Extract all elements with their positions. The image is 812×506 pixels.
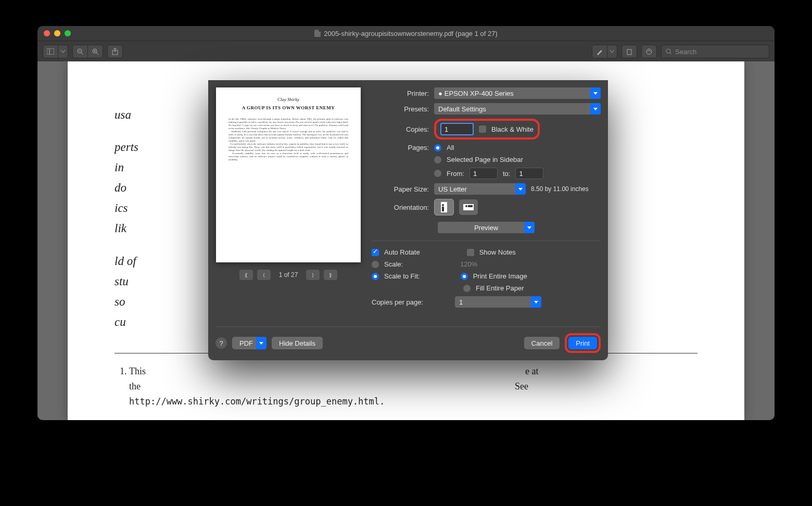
auto-rotate-checkbox[interactable]: [372, 249, 379, 256]
scale-fit-radio[interactable]: [372, 273, 379, 280]
svg-point-13: [666, 49, 670, 53]
copies-per-page-select[interactable]: 1: [455, 296, 541, 308]
show-notes-checkbox[interactable]: [467, 249, 474, 256]
highlight-icon: [596, 48, 603, 55]
search-input[interactable]: Search: [661, 45, 769, 58]
pdf-menu-button[interactable]: PDF: [232, 337, 267, 349]
preview-first[interactable]: ⟪: [239, 270, 253, 280]
highlight-button[interactable]: [592, 45, 607, 58]
toolbar: Search: [37, 41, 775, 62]
app-window: 2005-shirky-agroupisitsownworstenemy.pdf…: [37, 26, 775, 420]
svg-rect-0: [47, 48, 54, 55]
svg-point-17: [442, 204, 444, 206]
rotate-button[interactable]: [621, 45, 637, 58]
pages-all-label: All: [447, 144, 454, 151]
footnote-item: This e at the See http://www.shirky.com/…: [129, 364, 697, 409]
fill-paper-radio[interactable]: [463, 285, 471, 292]
preview-next[interactable]: ⟩: [306, 270, 320, 280]
preview-page-label: 1 of 27: [275, 271, 302, 279]
highlight-menu[interactable]: [607, 45, 617, 58]
pages-to-input[interactable]: 1: [515, 168, 543, 179]
zoom-in-button[interactable]: [88, 45, 103, 58]
scale-radio[interactable]: [372, 261, 379, 268]
titlebar: 2005-shirky-agroupisitsownworstenemy.pdf…: [37, 26, 775, 41]
orientation-label: Orientation:: [372, 204, 429, 211]
printer-select[interactable]: ●EPSON XP-400 Series: [434, 87, 601, 99]
document-icon: [314, 30, 321, 37]
presets-select[interactable]: Default Settings: [434, 103, 601, 115]
help-button[interactable]: ?: [215, 337, 227, 349]
pages-selected-radio[interactable]: [434, 156, 441, 163]
orientation-portrait[interactable]: [434, 199, 454, 216]
print-entire-radio[interactable]: [461, 273, 468, 280]
print-dialog: Clay Shirky A GROUP IS ITS OWN WORST ENE…: [208, 80, 608, 360]
pages-selected-label: Selected Page in Sidebar: [447, 156, 523, 163]
scale-fit-label: Scale to Fit:: [384, 272, 420, 280]
share-button[interactable]: [107, 45, 123, 58]
search-placeholder: Search: [675, 48, 696, 56]
print-highlight: Print: [565, 333, 601, 353]
presets-label: Presets:: [372, 105, 429, 113]
preview-prev[interactable]: ⟨: [257, 270, 271, 280]
svg-rect-19: [468, 205, 473, 207]
footnote-url: http://www.shirky.com/writings/group_ene…: [129, 396, 385, 407]
print-entire-label: Print Entire Image: [473, 272, 527, 280]
auto-rotate-label: Auto Rotate: [384, 248, 420, 256]
sidebar-icon: [47, 48, 54, 55]
svg-point-20: [465, 205, 467, 207]
zoom-in-icon: [92, 48, 99, 55]
show-notes-label: Show Notes: [479, 248, 516, 256]
svg-line-14: [670, 53, 671, 54]
search-icon: [666, 48, 672, 55]
markup-icon: [645, 48, 653, 55]
svg-line-3: [81, 53, 83, 55]
bw-checkbox[interactable]: [479, 125, 486, 133]
markup-button[interactable]: [641, 45, 657, 58]
zoom-out-icon: [77, 48, 84, 55]
rotate-icon: [626, 48, 633, 55]
copies-highlight: 1 Black & White: [434, 119, 540, 140]
svg-line-6: [96, 53, 98, 55]
pages-label: Pages:: [372, 144, 429, 151]
preview-page: Clay Shirky A GROUP IS ITS OWN WORST ENE…: [216, 87, 361, 262]
hide-details-button[interactable]: Hide Details: [272, 337, 323, 349]
bw-label: Black & White: [491, 125, 534, 133]
paper-size-label: Paper Size:: [372, 185, 429, 193]
svg-rect-16: [442, 207, 444, 211]
pages-from-radio[interactable]: [434, 170, 441, 177]
copies-input[interactable]: 1: [440, 123, 474, 135]
window-title: 2005-shirky-agroupisitsownworstenemy.pdf…: [37, 30, 775, 37]
zoom-out-button[interactable]: [72, 45, 88, 58]
scale-value: 120%: [460, 260, 477, 268]
sidebar-menu[interactable]: [58, 45, 68, 58]
preview-last[interactable]: ⟫: [324, 270, 337, 280]
chevron-down-icon: [61, 50, 65, 53]
paper-size-select[interactable]: US Letter: [434, 183, 526, 195]
pages-from-label: From:: [447, 170, 464, 178]
copies-label: Copies:: [372, 125, 429, 133]
sidebar-toggle[interactable]: [43, 45, 58, 58]
pages-from-input[interactable]: 1: [470, 168, 498, 179]
section-select[interactable]: Preview: [438, 222, 535, 233]
paper-dims: 8.50 by 11.00 inches: [531, 185, 589, 193]
cancel-button[interactable]: Cancel: [524, 337, 560, 349]
copies-per-page-label: Copies per page:: [372, 298, 450, 306]
chevron-down-icon: [610, 50, 614, 53]
fill-paper-label: Fill Entire Paper: [476, 284, 524, 292]
pages-all-radio[interactable]: [434, 144, 441, 151]
orientation-landscape[interactable]: [459, 199, 478, 215]
preview-author: Clay Shirky: [229, 97, 348, 102]
print-button[interactable]: Print: [568, 337, 597, 349]
preview-title: A GROUP IS ITS OWN WORST ENEMY: [229, 105, 348, 110]
print-preview: Clay Shirky A GROUP IS ITS OWN WORST ENE…: [215, 87, 361, 321]
pages-to-label: to:: [503, 170, 510, 178]
svg-rect-11: [627, 49, 631, 55]
share-icon: [112, 48, 118, 55]
printer-label: Printer:: [372, 90, 429, 97]
scale-label: Scale:: [384, 260, 403, 268]
